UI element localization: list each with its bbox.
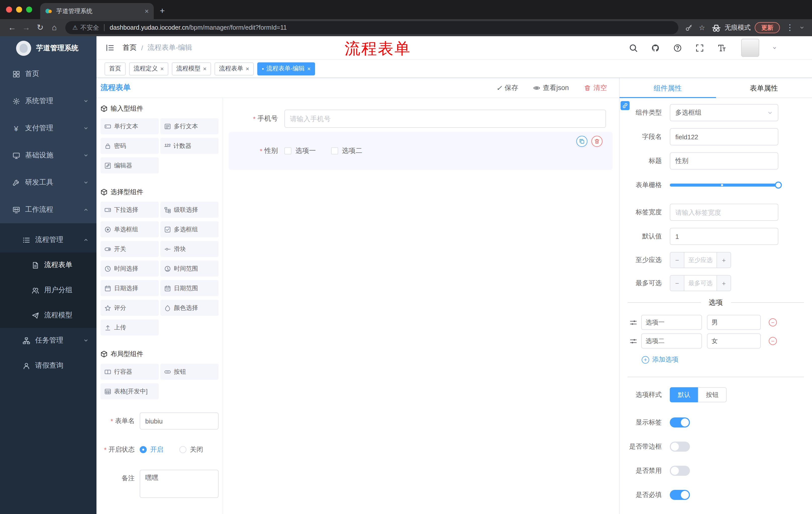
- disabled-switch[interactable]: [670, 466, 690, 476]
- sidebar-item-process-mgmt[interactable]: 流程管理: [0, 227, 96, 252]
- tab-close-icon[interactable]: ×: [145, 7, 149, 15]
- gender-field-widget-selected[interactable]: *性别 选项一 选项二: [229, 132, 612, 170]
- sidebar-item-process-form[interactable]: 流程表单: [0, 252, 96, 278]
- status-on-radio[interactable]: 开启: [140, 445, 163, 454]
- palette-item-select[interactable]: 下拉选择: [100, 202, 159, 218]
- palette-item-single-text[interactable]: 单行文本: [100, 118, 159, 134]
- help-icon[interactable]: [673, 44, 682, 52]
- palette-item-multi-text[interactable]: 多行文本: [160, 118, 219, 134]
- form-name-input[interactable]: [140, 412, 219, 430]
- palette-item-counter[interactable]: 123计数器: [160, 138, 219, 154]
- gender-option-2-checkbox[interactable]: 选项二: [331, 146, 362, 155]
- page-tab-process-form-edit[interactable]: ● 流程表单-编辑 ×: [257, 62, 315, 75]
- min-select-value[interactable]: 至少应选: [685, 252, 717, 268]
- view-json-button[interactable]: 查看json: [533, 83, 569, 92]
- browser-menu-icon[interactable]: ⋮: [783, 21, 797, 35]
- user-avatar[interactable]: [741, 39, 759, 57]
- palette-item-cascader[interactable]: 级联选择: [160, 202, 219, 218]
- palette-item-color-picker[interactable]: 颜色选择: [160, 300, 219, 316]
- palette-item-radio-group[interactable]: 单选框组: [100, 221, 159, 237]
- page-tab-process-definition[interactable]: 流程定义 ×: [129, 62, 168, 75]
- palette-item-checkbox-group[interactable]: 多选框组: [160, 221, 219, 237]
- tab-close-icon[interactable]: ×: [246, 65, 249, 72]
- increase-button[interactable]: +: [717, 276, 731, 291]
- style-default-button[interactable]: 默认: [670, 387, 698, 402]
- sidebar-item-infra[interactable]: 基础设施: [0, 142, 96, 169]
- slider-handle[interactable]: [775, 182, 782, 189]
- checkbox-box[interactable]: [331, 147, 338, 154]
- palette-item-time-picker[interactable]: 时间选择: [100, 261, 159, 277]
- decrease-button[interactable]: −: [670, 276, 685, 291]
- phone-input[interactable]: [284, 110, 606, 128]
- option-2-value-input[interactable]: [707, 333, 761, 349]
- sidebar-item-payment[interactable]: ¥ 支付管理: [0, 115, 96, 142]
- form-canvas[interactable]: *手机号 *性别 选项一 选项二: [223, 98, 619, 514]
- reload-button[interactable]: ↻: [33, 21, 47, 35]
- window-minimize-button[interactable]: [16, 6, 22, 12]
- tab-close-icon[interactable]: ×: [203, 65, 206, 72]
- copy-widget-button[interactable]: [576, 136, 587, 147]
- show-label-switch[interactable]: [670, 417, 690, 428]
- palette-item-editor[interactable]: 编辑器: [100, 157, 159, 173]
- palette-item-time-range[interactable]: 时间范围: [160, 261, 219, 277]
- form-grid-slider[interactable]: [670, 177, 778, 194]
- font-size-icon[interactable]: [717, 44, 726, 52]
- new-tab-button[interactable]: +: [160, 6, 165, 15]
- browser-tab[interactable]: 芋道管理系统 ×: [40, 3, 154, 19]
- option-1-label-input[interactable]: [641, 315, 702, 330]
- palette-item-row[interactable]: 行容器: [100, 363, 159, 380]
- palette-item-date-picker[interactable]: 日期选择: [100, 280, 159, 296]
- palette-item-slider[interactable]: 滑块: [160, 241, 219, 257]
- palette-item-table[interactable]: 表格[开发中]: [100, 383, 159, 399]
- sidebar-item-devtools[interactable]: 研发工具: [0, 169, 96, 196]
- required-switch[interactable]: [670, 490, 690, 500]
- style-button-button[interactable]: 按钮: [698, 387, 727, 402]
- window-zoom-button[interactable]: [26, 6, 32, 12]
- drag-handle-icon[interactable]: [630, 319, 637, 326]
- page-tab-home[interactable]: 首页: [105, 62, 126, 75]
- breadcrumb-home[interactable]: 首页: [123, 43, 137, 52]
- drag-handle-icon[interactable]: [630, 337, 637, 345]
- phone-field-widget[interactable]: *手机号: [229, 110, 612, 128]
- tab-component-props[interactable]: 组件属性: [619, 78, 716, 98]
- sidebar-item-system[interactable]: 系统管理: [0, 87, 96, 115]
- max-select-value[interactable]: 最多可选: [685, 276, 717, 291]
- gender-option-1-checkbox[interactable]: 选项一: [284, 146, 316, 155]
- title-input[interactable]: [670, 153, 778, 169]
- security-warning-icon[interactable]: ⚠: [72, 25, 78, 31]
- component-type-select[interactable]: 多选框组: [670, 104, 778, 121]
- with-border-switch[interactable]: [670, 441, 690, 452]
- tab-close-icon[interactable]: ×: [307, 65, 311, 72]
- decrease-button[interactable]: −: [670, 252, 685, 268]
- search-icon[interactable]: [629, 44, 638, 52]
- min-select-stepper[interactable]: − 至少应选 +: [670, 252, 731, 268]
- update-button[interactable]: 更新: [755, 22, 780, 33]
- status-off-radio[interactable]: 关闭: [179, 445, 203, 454]
- avatar-caret-icon[interactable]: [772, 46, 777, 50]
- clear-button[interactable]: 清空: [584, 83, 607, 92]
- sidebar-item-process-model[interactable]: 流程模型: [0, 303, 96, 328]
- add-option-button[interactable]: + 添加选项: [642, 354, 812, 366]
- page-tab-process-model[interactable]: 流程模型 ×: [172, 62, 211, 75]
- back-button[interactable]: ←: [5, 21, 19, 35]
- remove-option-button[interactable]: −: [769, 337, 777, 345]
- toolbar-chevron-icon[interactable]: [797, 25, 807, 30]
- sidebar-item-task-mgmt[interactable]: 任务管理: [0, 328, 96, 353]
- palette-item-date-range[interactable]: 日期范围: [160, 280, 219, 296]
- field-name-input[interactable]: [670, 128, 778, 145]
- delete-widget-button[interactable]: [591, 136, 603, 147]
- palette-item-switch[interactable]: 开关: [100, 241, 159, 257]
- window-close-button[interactable]: [6, 6, 12, 12]
- fullscreen-icon[interactable]: [695, 44, 704, 52]
- max-select-stepper[interactable]: − 最多可选 +: [670, 275, 731, 291]
- label-width-input[interactable]: [670, 204, 778, 221]
- checkbox-box[interactable]: [284, 147, 291, 154]
- page-tab-process-form[interactable]: 流程表单 ×: [214, 62, 254, 75]
- increase-button[interactable]: +: [717, 252, 731, 268]
- forward-button[interactable]: →: [19, 21, 33, 35]
- option-1-value-input[interactable]: [707, 315, 761, 330]
- default-value-input[interactable]: [670, 228, 778, 245]
- tab-close-icon[interactable]: ×: [160, 65, 164, 72]
- home-button[interactable]: ⌂: [47, 21, 61, 35]
- sidebar-item-user-group[interactable]: 用户分组: [0, 278, 96, 303]
